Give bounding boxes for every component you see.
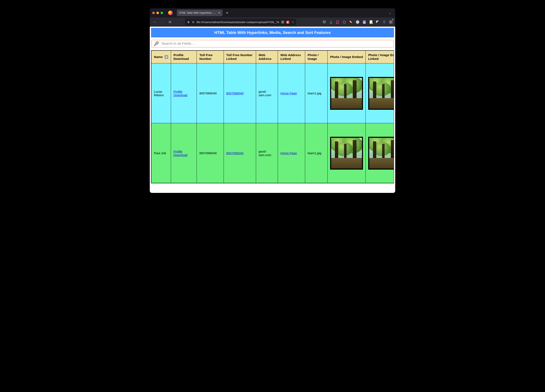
table-scroll[interactable]: Name Profile Download Toll Free Number T… (151, 50, 394, 183)
cell-photo-embed (328, 123, 366, 183)
col-web-address[interactable]: Web Address (256, 51, 278, 63)
profile-download-link[interactable]: Profile Download (173, 90, 187, 97)
search-icon: 🔍 (154, 41, 159, 46)
page-title: HTML Table With Hyperlinks, Media, Searc… (151, 28, 394, 37)
titlebar: HTML Table With Hyperlinks, Media, ✕ + ⌄ (150, 8, 395, 18)
photo-thumbnail-link[interactable] (368, 137, 394, 170)
cell-web-address: good-sam.com (256, 63, 278, 123)
home-page-link[interactable]: Home Page (280, 91, 297, 95)
downloads-icon[interactable] (329, 20, 333, 24)
page-extension-icon[interactable] (369, 20, 373, 24)
bookmark-star-icon[interactable]: ☆ (291, 20, 294, 24)
cell-photo-embed (328, 63, 366, 123)
clip-extension-icon[interactable] (336, 20, 340, 24)
file-scheme-icon: 🗎 (187, 21, 190, 24)
col-photo-embed-linked[interactable]: Photo / Image Embed and Linked (366, 51, 394, 63)
new-tab-button[interactable]: + (224, 11, 230, 15)
search-input[interactable] (161, 41, 391, 46)
tab-title: HTML Table With Hyperlinks, Media, (179, 12, 216, 14)
col-web-address-linked[interactable]: Web Address Linked (278, 51, 305, 63)
wand-extension-icon[interactable] (376, 20, 379, 24)
toolbar: ← → ⟳ 🗎 ⚙ file:///Users/nathan/Downloads… (150, 18, 395, 27)
circle-extension-icon[interactable] (342, 20, 346, 24)
toolbar-extensions (322, 20, 393, 24)
data-table: Name Profile Download Toll Free Number T… (151, 50, 394, 183)
search-container: 🔍 (151, 40, 394, 47)
maximize-window-button[interactable] (161, 12, 163, 14)
url-bar[interactable]: 🗎 ⚙ file:///Users/nathan/Downloads/tabul… (185, 19, 296, 25)
col-photo-embed[interactable]: Photo / Image Embed (328, 51, 366, 63)
ad-block-icon[interactable]: ◧ (286, 21, 289, 24)
cell-name: Paul Job (151, 123, 171, 183)
sort-asc-icon[interactable] (165, 55, 168, 59)
forward-button[interactable]: → (160, 19, 165, 25)
app-menu-button[interactable] (389, 20, 393, 24)
table-row: Paul Job Profile Download 8007686040 800… (151, 123, 394, 183)
cell-photo-name: team1.jpg (305, 123, 328, 183)
face-extension-icon[interactable] (356, 20, 359, 24)
permissions-icon[interactable]: ⚙ (192, 21, 194, 24)
photo-thumbnail (330, 77, 363, 110)
save-extension-icon[interactable] (362, 20, 366, 24)
cell-photo-name: team1.jpg (305, 63, 328, 123)
col-photo[interactable]: Photo / Image (305, 51, 328, 63)
cell-photo-embed-linked (366, 123, 394, 183)
table-row: Lucas Ribeiro Profile Download 800768604… (151, 63, 394, 123)
profile-download-link[interactable]: Profile Download (173, 150, 187, 157)
firefox-logo-icon (168, 11, 173, 15)
window-controls (152, 12, 163, 14)
col-profile-download[interactable]: Profile Download (171, 51, 197, 63)
url-text: file:///Users/nathan/Downloads/tabulate … (197, 21, 279, 24)
col-toll-free-linked[interactable]: Toll Free Number Linked (224, 51, 256, 63)
close-tab-icon[interactable]: ✕ (218, 12, 221, 14)
list-tabs-button[interactable]: ⌄ (387, 11, 393, 15)
browser-window: HTML Table With Hyperlinks, Media, ✕ + ⌄… (150, 8, 395, 193)
cell-toll-free: 8007686040 (197, 123, 224, 183)
reload-button[interactable]: ⟳ (167, 19, 173, 25)
toll-free-link[interactable]: 8007686040 (226, 91, 244, 95)
cell-web-address: good-sam.com (256, 123, 278, 183)
reader-mode-icon[interactable] (281, 21, 284, 24)
cell-name: Lucas Ribeiro (151, 63, 171, 123)
table-header-row: Name Profile Download Toll Free Number T… (151, 51, 394, 63)
home-page-link[interactable]: Home Page (280, 151, 297, 155)
close-window-button[interactable] (152, 12, 155, 14)
photo-thumbnail (330, 137, 363, 170)
browser-tab[interactable]: HTML Table With Hyperlinks, Media, ✕ (177, 10, 223, 16)
minimize-window-button[interactable] (156, 12, 159, 14)
pencil-extension-icon[interactable] (349, 20, 353, 24)
page-viewport[interactable]: HTML Table With Hyperlinks, Media, Searc… (150, 27, 395, 193)
col-toll-free[interactable]: Toll Free Number (197, 51, 224, 63)
palette-extension-icon[interactable] (382, 20, 386, 24)
toll-free-link[interactable]: 8007686040 (226, 151, 244, 155)
photo-thumbnail-link[interactable] (368, 77, 394, 110)
pocket-icon[interactable] (322, 20, 326, 24)
cell-toll-free: 8007686040 (197, 63, 224, 123)
cell-photo-embed-linked (366, 63, 394, 123)
col-name[interactable]: Name (151, 51, 171, 63)
back-button[interactable]: ← (152, 19, 158, 25)
